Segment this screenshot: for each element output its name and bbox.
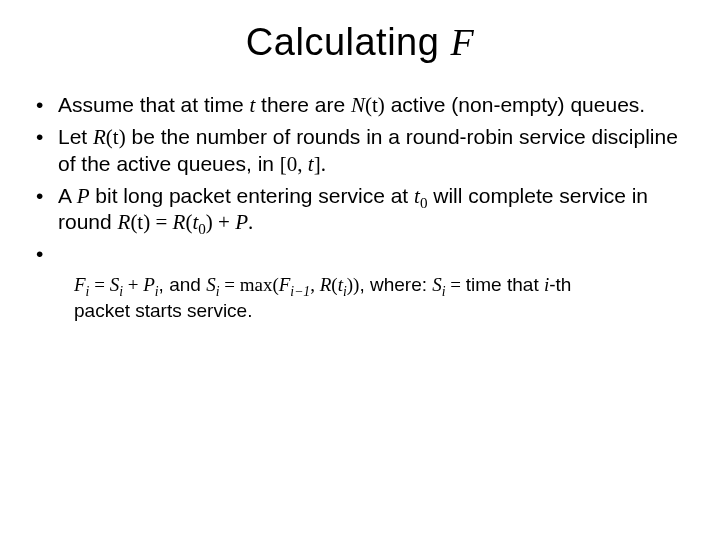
f-P: P: [143, 274, 155, 295]
b2-text-2: be the number of rounds in a round-robin…: [58, 125, 678, 174]
f-tail2: -th: [549, 274, 571, 295]
b3-paren-t1: (t): [130, 210, 150, 234]
b1-text-3: active (non-empty) queues.: [385, 93, 645, 116]
b3-P2: P: [235, 210, 248, 234]
f-S3: S: [432, 274, 442, 295]
b3-eq: =: [150, 210, 172, 234]
bullet-1: Assume that at time t there are N(t) act…: [30, 92, 690, 118]
f-eq3: =: [446, 274, 466, 295]
f-eq1: =: [89, 274, 109, 295]
bullet-4-empty: [30, 241, 690, 267]
b2-zero: 0: [287, 152, 298, 176]
bullet-2: Let R(t) be the number of rounds in a ro…: [30, 124, 690, 177]
f-Fm1: F: [279, 274, 291, 295]
b1-text-2: there are: [255, 93, 351, 116]
b3-zero2: 0: [198, 221, 206, 237]
f-rp: )): [347, 274, 360, 295]
slide: Calculating F Assume that at time t ther…: [0, 0, 720, 540]
b2-comma: ,: [297, 152, 308, 176]
b1-text-1: Assume that at time: [58, 93, 249, 116]
f-and: , and: [159, 274, 207, 295]
b2-range-close: ].: [314, 152, 326, 176]
f-S1: S: [110, 274, 120, 295]
formula-line-1: Fi = Si + Pi, and Si = max(Fi−1, R(ti)),…: [74, 274, 690, 296]
b2-var-R: R: [93, 125, 106, 149]
f-plus: +: [123, 274, 143, 295]
b3-R1: R: [118, 210, 131, 234]
b3-plus: +: [213, 210, 235, 234]
b2-text-1: Let: [58, 125, 93, 148]
f-line2: packet starts service.: [74, 300, 252, 321]
f-im1: i−1: [290, 283, 310, 298]
b3-text-2: bit long packet entering service at: [90, 184, 415, 207]
f-F: F: [74, 274, 86, 295]
f-comma: ,: [310, 274, 320, 295]
b1-var-N: N: [351, 93, 365, 117]
b2-range-open: [: [280, 152, 287, 176]
bullet-list: Assume that at time t there are N(t) act…: [30, 92, 690, 268]
b3-text-1: A: [58, 184, 77, 207]
b3-R2: R: [173, 210, 186, 234]
slide-title: Calculating F: [30, 20, 690, 64]
b3-rp: ): [206, 210, 213, 234]
b3-var-P: P: [77, 184, 90, 208]
f-where: , where:: [359, 274, 432, 295]
f-S2: S: [206, 274, 216, 295]
formula-line-2: packet starts service.: [74, 300, 690, 322]
title-main: Calculating: [246, 21, 451, 63]
b2-paren-t: (t): [106, 125, 126, 149]
title-var-F: F: [450, 21, 474, 63]
f-tail1: time that: [466, 274, 544, 295]
f-eq2: = max(: [219, 274, 278, 295]
bullet-3: A P bit long packet entering service at …: [30, 183, 690, 236]
b3-dot: .: [248, 210, 253, 234]
b1-paren-t: (t): [365, 93, 385, 117]
f-R: R: [320, 274, 332, 295]
